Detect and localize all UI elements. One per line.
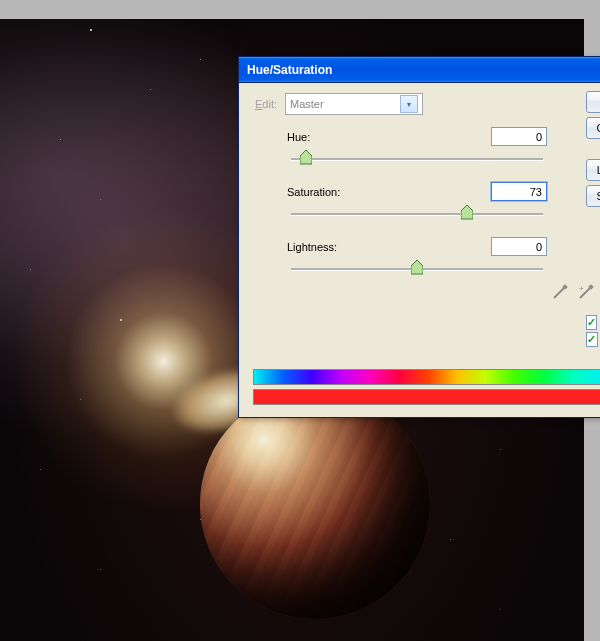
- ok-button[interactable]: OK: [586, 91, 600, 113]
- star: [120, 319, 122, 321]
- chevron-down-icon: ▾: [400, 95, 418, 113]
- dialog-side-checks: ✓ Colorize ✓ Preview: [586, 313, 600, 347]
- lightness-slider[interactable]: [291, 260, 543, 278]
- edit-combo-value: Master: [290, 98, 324, 110]
- edit-row: Edit: Master ▾: [255, 93, 600, 115]
- lightness-input[interactable]: [491, 237, 547, 256]
- artwork-planet: [200, 389, 430, 619]
- star: [450, 539, 451, 540]
- edit-label: Edit:: [255, 98, 277, 110]
- hue-slider-thumb[interactable]: [300, 150, 312, 166]
- hue-spectrum-bar: [253, 369, 600, 385]
- dialog-side-buttons: OK Cancel Load... Save...: [586, 91, 600, 207]
- cancel-button[interactable]: Cancel: [586, 117, 600, 139]
- load-button[interactable]: Load...: [586, 159, 600, 181]
- star: [100, 569, 101, 570]
- star: [30, 269, 31, 270]
- star: [100, 199, 101, 200]
- dialog-titlebar[interactable]: Hue/Saturation: [239, 57, 600, 83]
- slider-track-line: [291, 158, 543, 161]
- checkbox-checked-icon: ✓: [586, 332, 598, 347]
- colorize-checkbox-row[interactable]: ✓ Colorize: [586, 315, 600, 330]
- lightness-slider-thumb[interactable]: [411, 260, 423, 276]
- star: [500, 449, 501, 450]
- preview-checkbox-row[interactable]: ✓ Preview: [586, 332, 600, 347]
- app-chrome-top: [0, 0, 600, 19]
- save-button[interactable]: Save...: [586, 185, 600, 207]
- checkbox-checked-icon: ✓: [586, 315, 597, 330]
- hue-saturation-dialog: Hue/Saturation Edit: Master ▾ Hue:: [238, 56, 600, 418]
- lightness-label: Lightness:: [287, 241, 337, 253]
- saturation-input[interactable]: [491, 182, 547, 201]
- hue-label: Hue:: [287, 131, 310, 143]
- star: [150, 89, 151, 90]
- saturation-slider[interactable]: [291, 205, 543, 223]
- saturation-block: Saturation:: [287, 182, 547, 223]
- eyedropper-icon[interactable]: [551, 283, 569, 301]
- saturation-label: Saturation:: [287, 186, 340, 198]
- svg-marker-0: [300, 150, 312, 164]
- hue-block: Hue:: [287, 127, 547, 168]
- lightness-block: Lightness:: [287, 237, 547, 278]
- svg-text:+: +: [579, 284, 584, 293]
- edit-combo[interactable]: Master ▾: [285, 93, 423, 115]
- star: [40, 469, 41, 470]
- star: [90, 29, 92, 31]
- eyedropper-plus-icon[interactable]: +: [577, 283, 595, 301]
- star: [500, 609, 501, 610]
- dialog-body: Edit: Master ▾ Hue: Saturation:: [239, 83, 600, 417]
- hue-input[interactable]: [491, 127, 547, 146]
- dialog-title: Hue/Saturation: [247, 63, 332, 77]
- eyedropper-group: + -: [551, 283, 600, 301]
- result-color-bar: [253, 389, 600, 405]
- svg-line-3: [554, 288, 564, 298]
- star: [200, 59, 201, 60]
- star: [60, 139, 61, 140]
- slider-track-line: [291, 213, 543, 216]
- svg-marker-1: [461, 205, 473, 219]
- saturation-slider-thumb[interactable]: [461, 205, 473, 221]
- svg-marker-2: [411, 260, 423, 274]
- hue-slider[interactable]: [291, 150, 543, 168]
- star: [80, 399, 81, 400]
